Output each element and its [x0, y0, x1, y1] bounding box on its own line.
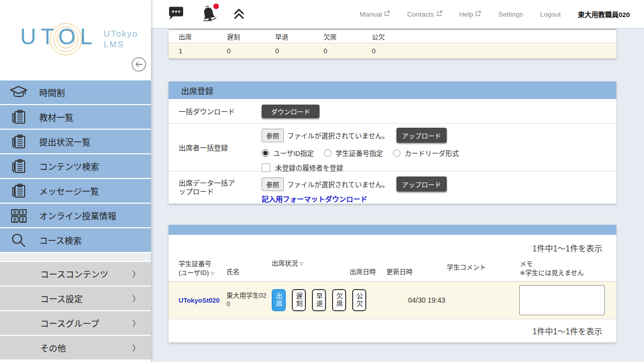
table-header: 1件中1〜1件を表示 学生証番号 (ユーザID) ▽ 氏名 出席状況 ▽ 出席日… — [169, 235, 616, 282]
sidebar-item-label: コンテンツ検索 — [39, 160, 99, 172]
help-link[interactable]: Help — [459, 11, 481, 18]
summary-value-row: 1 0 0 0 0 — [169, 43, 616, 58]
notification-bell-icon[interactable] — [200, 6, 217, 23]
utol-logo: UTOL — [20, 24, 97, 49]
result-count-top: 1件中1〜1件を表示 — [532, 242, 602, 254]
status-button-absent[interactable]: 欠席 — [332, 289, 346, 311]
sidebar-item-course-search[interactable]: コース検索 — [0, 228, 151, 252]
column-header-update-time: 更新日時 — [386, 267, 413, 277]
status-button-excused[interactable]: 公欠 — [352, 289, 366, 311]
utol-logo-subtitle: UTokyo LMS — [104, 29, 138, 50]
chevron-right-icon: 〉 — [132, 318, 140, 328]
topbar-icons — [167, 6, 246, 23]
attendance-data-upload-row: 出席データ一括アップロード 参照 ファイルが選択されていません。 アップロード … — [169, 171, 616, 204]
download-button[interactable]: ダウンロード — [262, 105, 319, 118]
sidebar-item-label: オンライン授業情報 — [39, 209, 116, 222]
format-download-link[interactable]: 記入用フォーマットダウンロード — [262, 194, 367, 204]
sidebar-item-course-group[interactable]: コースグループ 〉 — [0, 311, 151, 335]
sidebar-item-content-search[interactable]: コンテンツ検索 — [0, 154, 151, 178]
chevron-right-icon: 〉 — [132, 293, 140, 304]
register-unenrolled-label: 未登録の履修者を登録 — [275, 162, 343, 172]
attendee-bulk-register-label: 出席者一括登録 — [169, 124, 262, 171]
attendance-summary-table: 出席 遅刻 早退 欠席 公欠 1 0 0 0 0 — [169, 29, 616, 58]
sidebar-item-course-contents[interactable]: コースコンテンツ 〉 — [0, 262, 151, 286]
status-button-early-leave[interactable]: 早退 — [312, 289, 326, 311]
status-button-present[interactable]: 出席 — [272, 289, 286, 311]
clipboard-icon — [9, 184, 28, 199]
sidebar-item-messages[interactable]: メッセージ一覧 — [0, 179, 151, 203]
sidebar-item-label: 提出状況一覧 — [39, 135, 91, 148]
external-link-icon — [384, 11, 390, 18]
search-icon — [9, 233, 28, 248]
sidebar-item-online-class[interactable]: オンライン授業情報 — [0, 204, 151, 227]
section-title: 出席登録 — [169, 81, 616, 99]
register-unenrolled-checkbox[interactable] — [262, 163, 270, 172]
sidebar-item-materials[interactable]: 教材一覧 — [0, 105, 151, 129]
radio-student-card-number-label: 学生証番号指定 — [336, 148, 383, 158]
attendance-register-section: 出席登録 一括ダウンロード ダウンロード 出席者一括登録 参照 ファイルが選択さ… — [169, 81, 616, 204]
sidebar-item-label: 時間割 — [39, 86, 65, 99]
column-header-name: 氏名 — [226, 267, 239, 277]
summary-value-early-leave: 0 — [275, 47, 324, 55]
back-arrow-circle-icon — [131, 65, 146, 73]
column-header-status[interactable]: 出席状況 ▽ — [272, 259, 303, 268]
chevron-right-icon: 〉 — [132, 268, 140, 279]
sidebar-item-others[interactable]: その他 〉 — [0, 336, 151, 359]
contacts-link[interactable]: Contacts — [407, 11, 442, 18]
student-name: 東大用学生020 — [226, 292, 269, 309]
sidebar-item-course-settings[interactable]: コース設定 〉 — [0, 287, 151, 310]
chat-bubble-icon[interactable] — [167, 6, 185, 22]
browse-file-button[interactable]: 参照 — [262, 177, 284, 191]
clipboard-icon — [9, 134, 28, 149]
manual-link[interactable]: Manual — [360, 11, 390, 18]
chevron-right-icon: 〉 — [132, 342, 140, 353]
table-footer: 1件中1〜1件を表示 — [169, 319, 616, 342]
summary-value-absent: 0 — [324, 47, 372, 55]
settings-link-label: Settings — [498, 11, 523, 18]
clipboard-icon — [9, 159, 28, 174]
summary-value-present: 1 — [179, 47, 227, 55]
summary-header-absent: 欠席 — [324, 32, 372, 41]
update-datetime: 04/30 19:43 — [399, 296, 454, 304]
upload-button[interactable]: アップロード — [396, 176, 447, 192]
summary-header-early-leave: 早退 — [275, 32, 324, 41]
summary-header-late: 遅刻 — [227, 32, 275, 41]
upload-button[interactable]: アップロード — [396, 128, 447, 143]
topbar-links: Manual Contacts Help — [360, 9, 630, 19]
sidebar-item-submission-status[interactable]: 提出状況一覧 — [0, 130, 151, 153]
online-class-icon — [9, 208, 28, 223]
summary-header-excused: 公欠 — [372, 32, 420, 41]
graduation-cap-icon — [9, 85, 28, 100]
double-chevron-up-icon[interactable] — [232, 8, 246, 21]
radio-user-id[interactable] — [262, 149, 269, 157]
logo-subtitle-line2: LMS — [104, 39, 138, 50]
sidebar-item-label: コースコンテンツ — [40, 267, 108, 280]
no-file-selected-text: ファイルが選択されていません。 — [287, 130, 389, 140]
sidebar-collapse-button[interactable] — [131, 57, 146, 72]
result-count-bottom: 1件中1〜1件を表示 — [532, 325, 602, 337]
summary-value-excused: 0 — [372, 47, 420, 55]
radio-user-id-label: ユーザID指定 — [273, 148, 314, 158]
student-id-link[interactable]: UTokyoSt020 — [179, 297, 219, 304]
bulk-download-label: 一括ダウンロード — [169, 99, 262, 123]
sort-icon[interactable]: ▽ — [211, 271, 214, 276]
sidebar-item-timetable[interactable]: 時間割 — [0, 80, 151, 104]
no-file-selected-text: ファイルが選択されていません。 — [287, 179, 389, 189]
summary-header-row: 出席 遅刻 早退 欠席 公欠 — [169, 30, 616, 43]
column-header-student-id[interactable]: 学生証番号 (ユーザID) ▽ — [179, 259, 214, 278]
memo-input[interactable] — [519, 285, 605, 315]
user-name: 東大用教職員020 — [578, 9, 630, 19]
topbar: Manual Contacts Help — [151, 0, 644, 29]
sidebar-item-label: その他 — [40, 341, 66, 354]
settings-link[interactable]: Settings — [498, 11, 523, 18]
main-content: 出席 遅刻 早退 欠席 公欠 1 0 0 0 0 出席登録 一括ダウンロード ダ… — [151, 29, 644, 362]
sort-icon[interactable]: ▽ — [300, 261, 303, 266]
status-button-late[interactable]: 遅刻 — [292, 289, 306, 311]
radio-card-reader[interactable] — [393, 149, 400, 157]
notification-dot — [213, 4, 219, 9]
logout-link-label: Logout — [540, 11, 560, 18]
manual-link-label: Manual — [360, 11, 382, 18]
logout-link[interactable]: Logout — [540, 11, 560, 18]
browse-file-button[interactable]: 参照 — [262, 129, 284, 142]
radio-student-card-number[interactable] — [324, 149, 332, 157]
